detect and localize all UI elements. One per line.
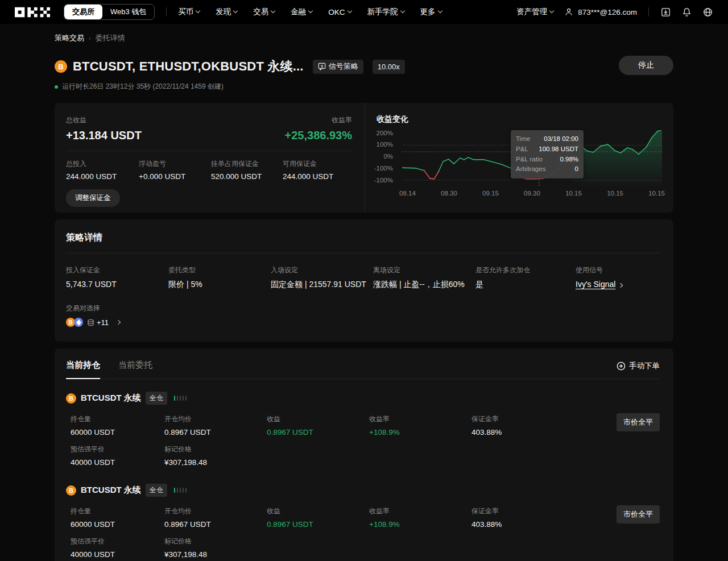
chevron-down-icon — [233, 9, 238, 13]
download-app-button[interactable] — [660, 7, 671, 18]
svg-text:$: $ — [321, 64, 324, 69]
tooltip-value: 0 — [575, 164, 578, 174]
nav-item-academy[interactable]: 新手学院 — [367, 7, 404, 17]
assets-menu[interactable]: 资产管理 — [516, 7, 553, 17]
account-menu[interactable]: 873***@126.com — [564, 7, 637, 17]
leverage-label: 10.00x — [378, 63, 400, 71]
stat-value: 0.8967 USDT — [267, 428, 369, 437]
manual-order-button[interactable]: 手动下单 — [617, 361, 660, 378]
nav-item-label: OKC — [328, 8, 345, 16]
x-tick: 09.15 — [482, 190, 499, 197]
positions-card: 当前持仓 当前委托 手动下单 B BTCUSDT 永续 全仓 持仓量 60000… — [55, 348, 673, 561]
y-tick: 100% — [365, 141, 393, 148]
adjust-margin-button[interactable]: 调整保证金 — [66, 189, 120, 207]
more-pairs-count: +11 — [97, 318, 109, 327]
chevron-down-icon — [347, 9, 351, 13]
stat-value: 60000 USDT — [71, 520, 164, 529]
position-stat: 收益 0.8967 USDT — [267, 414, 369, 437]
toggle-exchange[interactable]: 交易所 — [64, 5, 102, 19]
language-button[interactable] — [702, 7, 713, 18]
stat-label: 开仓均价 — [164, 414, 267, 424]
nav-item-finance[interactable]: 金融 — [291, 7, 312, 17]
plus-circle-icon — [617, 361, 626, 371]
pnl-chart-pane: 收益变化 200% 100% 0% -100% -100% 08.14 08.3… — [365, 103, 673, 213]
positions-tabs: 当前持仓 当前委托 手动下单 — [66, 348, 660, 379]
chart-tooltip: Time03/18 02:00 P&L100.98 USDT P&L ratio… — [511, 130, 584, 178]
nav-item-label: 交易 — [253, 7, 268, 17]
stat-label: 预估强平价 — [71, 537, 164, 546]
stat-label: 收益 — [267, 506, 369, 516]
runtime-text: 运行时长26日 23时12分 35秒 (2022/11/24 1459 创建) — [62, 82, 224, 92]
strategy-field-signal: 使用信号 Ivy's Signal — [576, 265, 660, 290]
nav-item-more[interactable]: 更多 — [420, 7, 442, 17]
position-symbol: BTCUSDT 永续 — [81, 393, 141, 404]
nav-item-discover[interactable]: 发现 — [216, 7, 237, 17]
stat-label: 收益率 — [369, 506, 471, 516]
strategy-field: 是否允许多次加仓 是 — [475, 265, 576, 290]
position-stat: 预估强平价 40000 USDT — [71, 444, 164, 467]
signal-source-link[interactable]: Ivy's Signal — [576, 280, 615, 289]
chevron-down-icon — [400, 9, 404, 13]
position-stat: 持仓量 60000 USDT — [71, 414, 164, 437]
leverage-badge: 10.00x — [373, 60, 405, 74]
btc-icon: B — [55, 60, 67, 73]
position-stat: 标记价格 ¥307,198.48 — [164, 444, 267, 467]
strategy-field: 入场设定 固定金额 | 21557.91 USDT — [271, 265, 373, 290]
field-label: 离场设定 — [373, 265, 475, 275]
trading-pairs: 交易对选择 B +11 — [66, 304, 660, 327]
total-pnl-label: 总收益 — [66, 115, 142, 125]
breadcrumb-separator: › — [89, 35, 91, 41]
stat-value: 0.8967 USDT — [164, 520, 267, 529]
position-stat: 持仓量 60000 USDT — [71, 506, 164, 529]
tooltip-label: Arbitrages — [516, 164, 545, 174]
chevron-down-icon — [549, 9, 554, 13]
risk-bars-icon — [174, 396, 187, 401]
stat-label: 标记价格 — [164, 444, 267, 454]
field-label: 使用信号 — [576, 265, 660, 275]
position-stat: 开仓均价 0.8967 USDT — [164, 506, 267, 529]
summary-card: 总收益 +13.184 USDT 收益率 +25,386.93% 总投入 244… — [55, 103, 673, 213]
breadcrumb-strategy-trading[interactable]: 策略交易 — [55, 33, 84, 43]
tab-current-orders[interactable]: 当前委托 — [118, 360, 152, 379]
x-tick: 10.15 — [565, 190, 582, 197]
field-value: 固定金额 | 21557.91 USDT — [271, 280, 373, 290]
runtime-status: 运行时长26日 23时12分 35秒 (2022/11/24 1459 创建) — [55, 82, 673, 92]
okx-logo[interactable] — [15, 7, 50, 18]
summary-stat: 可用保证金 244.000 USDT — [283, 159, 352, 181]
signal-bubble-icon: $ — [318, 63, 326, 70]
market-close-button[interactable]: 市价全平 — [617, 505, 660, 523]
stat-value: 244.000 USDT — [283, 172, 352, 181]
total-pnl-value: +13.184 USDT — [66, 129, 142, 142]
stop-button[interactable]: 停止 — [619, 56, 673, 75]
strategy-field: 委托类型 限价 | 5% — [168, 265, 271, 290]
tooltip-value: 0.98% — [560, 155, 578, 165]
tooltip-label: Time — [516, 134, 530, 144]
stat-label: 收益 — [267, 414, 369, 424]
nav-item-buy-crypto[interactable]: 买币 — [178, 7, 200, 17]
tab-current-positions[interactable]: 当前持仓 — [66, 360, 100, 379]
nav-item-trade[interactable]: 交易 — [253, 7, 275, 17]
position-stat: 开仓均价 0.8967 USDT — [164, 414, 267, 437]
x-tick: 09.30 — [524, 190, 540, 197]
nav-menu: 买币 发现 交易 金融 OKC 新手学院 更多 — [178, 7, 441, 17]
nav-item-okc[interactable]: OKC — [328, 8, 351, 16]
toggle-web3-wallet[interactable]: Web3 钱包 — [102, 5, 154, 19]
nav-item-label: 更多 — [420, 7, 436, 17]
margin-mode-badge: 全仓 — [146, 392, 167, 405]
x-tick: 10.15 — [648, 190, 665, 197]
top-navigation: 交易所 Web3 钱包 买币 发现 交易 金融 OKC 新手学院 更多 资产管理… — [0, 0, 728, 24]
stat-label: 挂单占用保证金 — [211, 159, 283, 169]
chevron-right-icon[interactable] — [116, 320, 121, 325]
signal-strategy-badge: $ 信号策略 — [313, 60, 363, 74]
page-title: BTCUSDT, ETHUSDT,OKBUSDT 永续... — [73, 58, 304, 75]
position-stat: 收益率 +108.9% — [369, 506, 471, 529]
stat-value: 40000 USDT — [71, 458, 164, 467]
tooltip-value: 100.98 USDT — [539, 144, 578, 155]
market-close-button[interactable]: 市价全平 — [617, 413, 660, 431]
stat-value: 244.000 USDT — [66, 172, 139, 181]
field-value: 5,743.7 USDT — [66, 280, 168, 289]
x-tick: 08.14 — [399, 190, 416, 197]
stat-value: +108.9% — [369, 520, 471, 529]
notifications-button[interactable] — [681, 7, 692, 18]
tooltip-label: P&L ratio — [516, 155, 543, 165]
